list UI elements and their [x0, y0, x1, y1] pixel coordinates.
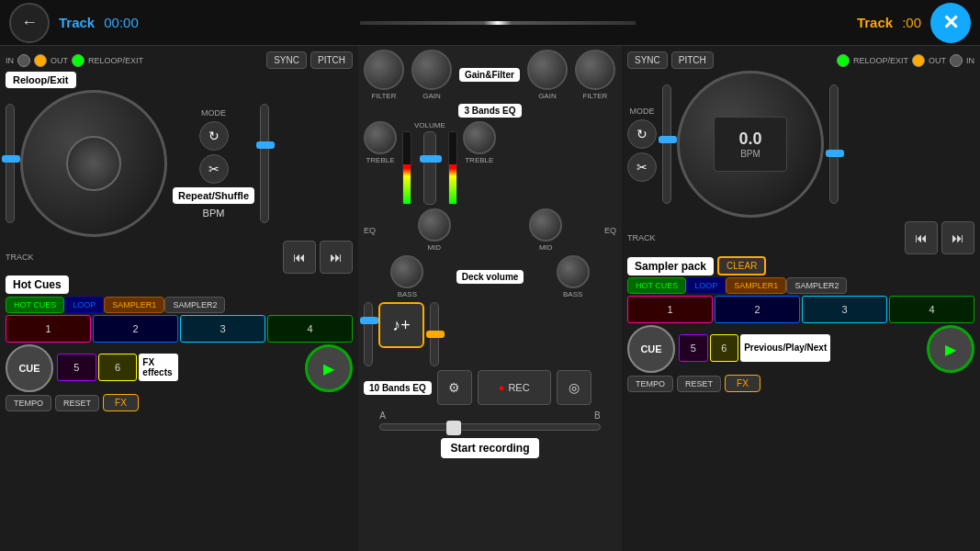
right-mode-label: MODE [630, 107, 655, 116]
right-pad-6[interactable]: 6 [710, 334, 739, 362]
right-fx-button[interactable]: FX [725, 375, 760, 392]
right-tempo-button[interactable]: TEMPO [627, 376, 673, 392]
left-pad-3[interactable]: 3 [180, 315, 265, 343]
left-cue-button[interactable]: CUE [6, 344, 53, 392]
left-reloop-dot[interactable] [72, 54, 84, 67]
left-pad-6[interactable]: 6 [98, 354, 138, 381]
left-in-dot[interactable] [17, 54, 30, 67]
mid-left-knob[interactable] [418, 208, 451, 242]
right-pitch-button[interactable]: PITCH [671, 51, 714, 69]
filter-right-knob-circle[interactable] [575, 50, 615, 90]
right-channel-fader[interactable] [430, 302, 439, 366]
left-pad-4[interactable]: 4 [267, 315, 353, 343]
repeat-shuffle-tooltip: Repeat/Shuffle [173, 187, 254, 204]
clear-button[interactable]: CLEAR [717, 256, 766, 276]
right-next-button[interactable]: ⏭ [941, 221, 974, 254]
left-mode-btn1[interactable]: ↻ [199, 121, 229, 151]
left-cue-play-row: CUE 5 6 FX effects ▶ [6, 344, 353, 392]
gain-left-label: GAIN [422, 92, 441, 100]
left-pitch-thumb[interactable] [2, 155, 20, 163]
gain-right-knob-circle[interactable] [527, 50, 568, 90]
right-pitch-slider-left[interactable] [662, 71, 671, 218]
volume-fader-thumb[interactable] [420, 155, 442, 163]
left-pitch-button[interactable]: PITCH [310, 51, 353, 69]
deck-volume-tooltip: Deck volume [456, 270, 524, 284]
right-bpm-box: 0.0 BPM [714, 117, 787, 172]
right-pad-4[interactable]: 4 [889, 296, 974, 323]
sampler-button[interactable]: ♪+ [378, 302, 424, 348]
gain-left-knob-circle[interactable] [411, 50, 452, 90]
rec-button[interactable]: ● REC [478, 370, 551, 405]
right-prev-button[interactable]: ⏮ [905, 221, 938, 254]
volume-label: VOLUME [414, 121, 445, 129]
right-tab-sampler2[interactable]: SAMPLER2 [786, 277, 847, 294]
track-time-right: :00 [902, 15, 921, 30]
gain-filter-tooltip: Gain&Filter [459, 68, 520, 82]
left-tab-hotcues[interactable]: HOT CUES [6, 297, 64, 313]
left-pitch-slider-right[interactable] [260, 90, 269, 237]
left-reset-button[interactable]: RESET [55, 395, 99, 411]
treble-right-knob[interactable] [463, 121, 496, 154]
left-out-dot[interactable] [34, 54, 47, 67]
left-next-button[interactable]: ⏭ [320, 241, 353, 274]
right-reset-button[interactable]: RESET [677, 376, 721, 392]
left-mode-btn2[interactable]: ✂ [199, 154, 229, 184]
left-pad-5[interactable]: 5 [57, 354, 96, 381]
left-sync-button[interactable]: SYNC [266, 51, 307, 69]
right-tab-sampler1[interactable]: SAMPLER1 [726, 277, 786, 294]
right-deck: SYNC PITCH RELOOP/EXIT OUT IN MODE ↻ ✂ [622, 46, 980, 551]
treble-left-knob[interactable] [364, 121, 397, 154]
right-pad-5[interactable]: 5 [679, 334, 708, 362]
target-button[interactable]: ◎ [557, 370, 591, 405]
right-play-button[interactable]: ▶ [927, 325, 974, 373]
right-reloop-dot[interactable] [837, 54, 850, 67]
right-mode-btn1[interactable]: ↻ [627, 119, 657, 149]
right-channel-fader-thumb[interactable] [426, 331, 445, 338]
right-tab-loop[interactable]: LOOP [686, 277, 726, 294]
right-mode-btn2[interactable]: ✂ [627, 152, 657, 182]
right-pitch-slider-right[interactable] [829, 71, 839, 218]
sampler-pack-tooltip: Sampler pack [627, 257, 714, 276]
right-pad-grid: 1 2 3 4 [627, 296, 974, 323]
right-out-dot[interactable] [912, 54, 925, 67]
crossfader-track[interactable] [379, 423, 600, 431]
right-cue-button[interactable]: CUE [627, 325, 675, 373]
mid-right-knob[interactable] [529, 208, 562, 242]
right-jog-wheel[interactable]: 0.0 BPM [677, 71, 824, 218]
left-channel-fader-thumb[interactable] [360, 317, 378, 324]
left-pad-1[interactable]: 1 [6, 315, 91, 343]
right-pad-1[interactable]: 1 [627, 296, 713, 323]
left-fx-button[interactable]: FX [103, 394, 139, 411]
left-prev-button[interactable]: ⏮ [283, 241, 316, 274]
right-pad-3[interactable]: 3 [802, 296, 887, 323]
sampler-icon: ♪+ [392, 316, 411, 335]
bass-right-knob[interactable] [557, 255, 590, 288]
left-tab-sampler2[interactable]: SAMPLER2 [164, 297, 225, 313]
right-pitch-thumb-l[interactable] [659, 136, 677, 143]
right-tab-hotcues[interactable]: HOT CUES [627, 277, 686, 294]
bass-left-knob[interactable] [390, 255, 423, 288]
crossfader-labels: A B [379, 410, 600, 421]
eq-settings-button[interactable]: ⚙ [437, 370, 472, 405]
left-pitch-slider[interactable] [6, 90, 15, 237]
right-in-dot[interactable] [950, 54, 963, 67]
right-sync-button[interactable]: SYNC [627, 51, 668, 69]
back-button[interactable]: ← [9, 3, 50, 43]
left-play-button[interactable]: ▶ [305, 344, 353, 392]
left-pad-2[interactable]: 2 [93, 315, 178, 343]
left-pitch-thumb-r[interactable] [256, 141, 275, 149]
close-icon: ✕ [942, 11, 959, 35]
left-jog-area: MODE ↻ ✂ Repeat/Shuffle BPM [6, 90, 353, 237]
right-bpm-unit: BPM [740, 149, 760, 159]
right-sampler-row: Sampler pack CLEAR [627, 256, 974, 276]
left-tab-loop[interactable]: LOOP [64, 297, 104, 313]
left-jog-wheel[interactable] [20, 90, 167, 237]
right-pad-2[interactable]: 2 [715, 296, 800, 323]
close-button[interactable]: ✕ [930, 3, 971, 43]
right-pitch-thumb-r[interactable] [826, 150, 844, 157]
left-tempo-button[interactable]: TEMPO [6, 395, 51, 411]
filter-left-knob-circle[interactable] [364, 50, 404, 90]
crossfader-thumb[interactable] [446, 421, 461, 435]
left-tab-sampler1[interactable]: SAMPLER1 [104, 297, 164, 313]
left-channel-fader[interactable] [364, 302, 373, 366]
